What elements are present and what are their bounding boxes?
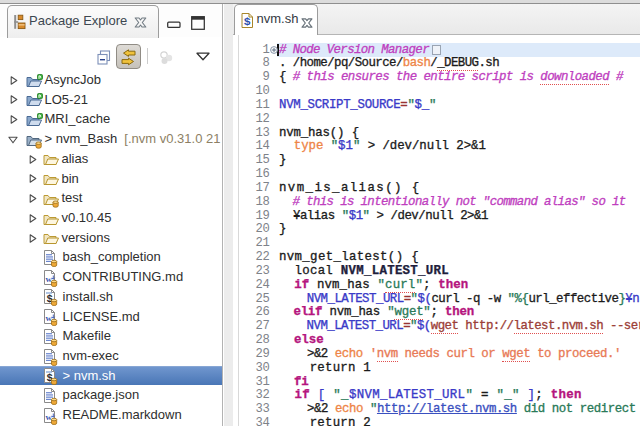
svg-text:$: $ [243, 15, 250, 28]
